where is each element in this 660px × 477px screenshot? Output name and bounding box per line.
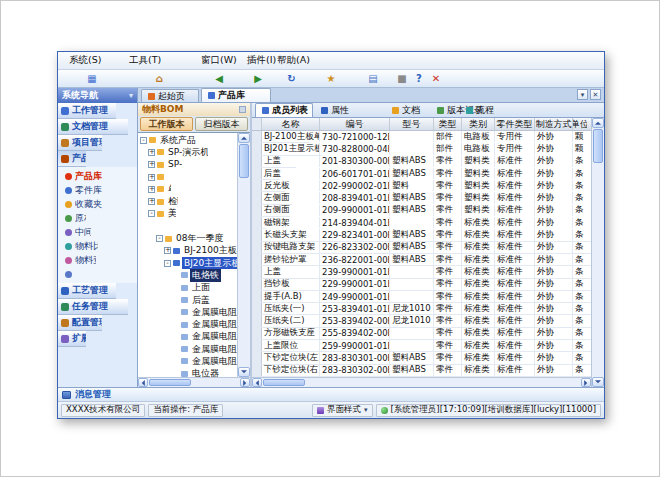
table-row[interactable]: 提手(A.B) 249-990001-01E 零件 标准类 标准件 外协 条 xyxy=(252,291,591,303)
tab-version-history[interactable]: 版本记录 xyxy=(430,104,458,117)
table-row[interactable]: 上盖 239-990001-01E 零件 标准类 标准件 外协 条 xyxy=(252,266,591,278)
column-header[interactable]: 零件类型 xyxy=(495,118,535,130)
tree-expander-icon[interactable] xyxy=(172,358,179,365)
nav-group-document[interactable]: 文档管理 xyxy=(58,119,128,135)
tab-workflow[interactable]: 流程 xyxy=(459,104,492,117)
tree-node[interactable]: + 08年四季度 xyxy=(138,220,156,232)
tab-product-library[interactable]: 产品库 xyxy=(201,88,271,102)
home-icon[interactable]: ⌂ xyxy=(124,72,194,86)
scroll-left-icon[interactable] xyxy=(138,378,148,387)
tree-expander-icon[interactable]: + xyxy=(148,174,155,181)
tree-node[interactable]: 后盖 xyxy=(138,294,237,306)
tree-node[interactable]: 金属膜电阻器 xyxy=(138,331,237,343)
scroll-down-icon[interactable] xyxy=(238,367,250,377)
scroll-down-icon[interactable] xyxy=(592,377,604,387)
table-row[interactable]: 左侧面 208-839401-01E 塑料ABS 零件 塑料类 标准件 外协 条 xyxy=(252,192,292,204)
tree-expander-icon[interactable]: + xyxy=(148,161,155,168)
table-row[interactable]: 挡钞板 229-990001-01E 零件 标准类 标准件 外协 条 xyxy=(252,279,591,291)
scroll-up-icon[interactable] xyxy=(238,133,250,143)
tree-expander-icon[interactable]: - xyxy=(148,210,155,217)
grid-icon[interactable]: ▤ xyxy=(354,72,392,86)
table-row[interactable]: 上盖限位 259-990001-01E 零件 标准类 标准件 外协 条 xyxy=(252,340,591,352)
chevron-down-icon[interactable]: ▾ xyxy=(129,91,133,100)
column-header[interactable]: 名称 xyxy=(262,118,320,130)
tree-node[interactable]: - 美式系列 xyxy=(138,208,176,220)
table-row[interactable]: 后盖 206-601701-01E 塑料ABS 零件 塑料类 标准件 外协 条 xyxy=(252,168,280,180)
tree-expander-icon[interactable] xyxy=(172,309,179,316)
tree-expander-icon[interactable] xyxy=(172,370,179,377)
tab-list-dropdown-icon[interactable]: ▾ xyxy=(577,89,588,100)
table-horizontal-scrollbar[interactable] xyxy=(252,377,591,387)
tree-expander-icon[interactable] xyxy=(172,346,179,353)
menu-help[interactable]: 帮助(A) xyxy=(271,52,304,69)
tree-expander-icon[interactable] xyxy=(172,333,179,340)
tab-close-icon[interactable]: ✕ xyxy=(590,89,601,100)
exit-icon[interactable]: ✕ xyxy=(429,72,443,86)
tree-node[interactable]: - 08年一季度 xyxy=(138,232,237,244)
scroll-right-icon[interactable] xyxy=(240,378,250,387)
nav-item-product-library[interactable]: 产品库 xyxy=(58,169,116,183)
table-row[interactable]: BJ201主显示板 730-828000-04E 部件 电路板 专用件 外协 颗 xyxy=(252,143,322,155)
tree-node[interactable]: + BJ-2100主板单点 xyxy=(138,245,237,257)
table-row[interactable]: 反光板 202-990002-01E 塑料 零件 塑料类 标准件 外协 条 xyxy=(252,180,285,192)
tree-node[interactable]: - BJ20主显示板 xyxy=(138,257,237,269)
tree-expander-icon[interactable]: + xyxy=(148,198,155,205)
tree-node[interactable]: + SP-演示机系列 xyxy=(138,146,208,158)
tree-expander-icon[interactable] xyxy=(172,272,179,279)
tree-vertical-scrollbar[interactable] xyxy=(237,133,250,377)
tree-expander-icon[interactable]: - xyxy=(164,260,171,267)
tree-expander-icon[interactable]: + xyxy=(148,149,155,156)
table-row[interactable]: 搓钞轮护罩 236-822001-00E 塑料ABS 零件 标准类 标准件 外协… xyxy=(252,254,591,266)
tab-working-version[interactable]: 工作版本 xyxy=(140,117,193,131)
nav-group-config[interactable]: 配置管理 xyxy=(58,315,102,331)
tab-archived-version[interactable]: 归档版本 xyxy=(195,117,248,131)
tree-node[interactable]: + 单把系列 xyxy=(138,183,171,195)
scrollbar-thumb[interactable] xyxy=(593,129,603,163)
tree-node[interactable]: 电位器 xyxy=(138,368,237,377)
tree-expander-icon[interactable] xyxy=(172,321,179,328)
tree-horizontal-scrollbar[interactable] xyxy=(138,377,250,387)
help-icon[interactable]: ? xyxy=(412,72,426,86)
column-header[interactable]: 类型 xyxy=(434,118,462,130)
favorites-icon[interactable]: ★ xyxy=(311,72,351,86)
nav-item-favorites[interactable]: 收藏夹 xyxy=(58,197,102,211)
column-header[interactable]: 类别 xyxy=(462,118,495,130)
message-bar[interactable]: 消息管理 xyxy=(58,387,604,401)
refresh-icon[interactable]: ↻ xyxy=(275,72,308,86)
scrollbar-thumb[interactable] xyxy=(239,144,249,178)
nav-group-extend[interactable]: 扩展功能 xyxy=(58,331,86,347)
table-row[interactable]: 下钞定位块(右) 283-830302-00E 塑料ABS 零件 标准类 标准件… xyxy=(252,365,591,377)
menu-tools[interactable]: 工具(T) xyxy=(123,52,193,69)
column-header[interactable]: 单位 xyxy=(573,118,587,130)
tab-start-page[interactable]: 起始页 xyxy=(141,89,199,102)
modules-icon[interactable]: ▦ xyxy=(63,72,121,86)
nav-group-project[interactable]: 项目管理 xyxy=(58,135,102,151)
tree-node[interactable]: - 系统产品库 xyxy=(138,134,196,146)
table-row[interactable]: 按键电路支架 226-823302-00E 塑料ABS 零件 标准类 标准件 外… xyxy=(252,242,591,254)
column-header[interactable]: 编号 xyxy=(320,118,390,130)
table-row[interactable]: 压纸夹(一) 253-839401-01E 尼龙1010 零件 标准类 标准件 … xyxy=(252,303,591,315)
tree-expander-icon[interactable]: - xyxy=(156,235,163,242)
tree-node[interactable]: + 检验标准 xyxy=(138,195,178,207)
tree-node[interactable]: 金属膜电阻器 xyxy=(138,355,237,367)
forward-icon[interactable]: ▶ xyxy=(244,72,272,86)
menu-system[interactable]: 系统(S) xyxy=(63,52,121,69)
nav-item-material-query[interactable]: 物料查询 xyxy=(58,253,96,267)
nav-item-middleware-library[interactable]: 中间件库 xyxy=(58,225,91,239)
tree-node[interactable]: 金属膜电阻器 xyxy=(138,306,237,318)
scroll-up-icon[interactable] xyxy=(592,118,604,128)
table-row[interactable]: 磁钢架 214-839404-01E 零件 标准类 标准件 外协 条 xyxy=(252,217,266,229)
menu-window[interactable]: 窗口(W) xyxy=(195,52,239,69)
tree-node[interactable]: 电烙铁 xyxy=(138,269,237,281)
tree-expander-icon[interactable] xyxy=(172,284,179,291)
tree-expander-icon[interactable] xyxy=(172,297,179,304)
nav-group-process[interactable]: 工艺管理 xyxy=(58,283,116,299)
back-icon[interactable]: ◀ xyxy=(197,72,241,86)
nav-group-work[interactable]: 工作管理 xyxy=(58,103,116,119)
tree-node[interactable]: + 欧式系列 xyxy=(138,171,166,183)
nav-item-material-compare[interactable]: 物料比较 xyxy=(58,239,98,253)
nav-group-task[interactable]: 任务管理 xyxy=(58,299,128,315)
nav-item-raw-material-library[interactable]: 原材料库 xyxy=(58,211,86,225)
column-header[interactable]: 型号 xyxy=(390,118,434,130)
tree-node[interactable]: + SP-测试机系列 xyxy=(138,159,182,171)
